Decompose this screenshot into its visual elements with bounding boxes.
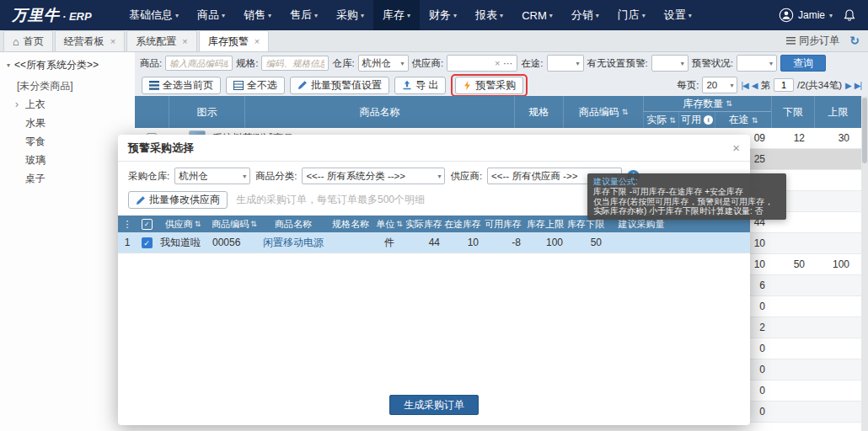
col-spec[interactable]: 规格名称 bbox=[327, 218, 374, 231]
expand-icon[interactable]: › bbox=[15, 95, 19, 114]
close-icon[interactable]: × bbox=[732, 141, 740, 155]
export-button[interactable]: 导 出 bbox=[394, 77, 446, 94]
col-code[interactable]: 商品编码⇅ bbox=[209, 218, 260, 231]
first-page-icon[interactable]: |◀ bbox=[741, 81, 747, 90]
info-icon[interactable]: i bbox=[704, 115, 713, 125]
column-header-lower[interactable]: 下限 bbox=[771, 96, 814, 128]
ellipsis-icon[interactable]: ⋯ bbox=[503, 58, 513, 69]
tab-inventory-alert[interactable]: 库存预警 × bbox=[199, 30, 269, 51]
user-menu[interactable]: Jamie ▾ bbox=[779, 8, 833, 23]
select-all-page-button[interactable]: 全选当前页 bbox=[142, 77, 221, 94]
tab-system-config[interactable]: 系统配置 × bbox=[126, 30, 196, 51]
col-upper-limit[interactable]: 库存上限 bbox=[524, 218, 566, 231]
sort-icon[interactable]: ⇅ bbox=[250, 220, 257, 228]
column-header-image[interactable]: 图示 bbox=[169, 96, 244, 128]
search-button[interactable]: 查询 bbox=[780, 55, 826, 72]
cell-lower bbox=[771, 380, 808, 402]
menu-item-finance[interactable]: 财务▾ bbox=[420, 0, 466, 30]
has-alert-select[interactable]: ▾ bbox=[651, 55, 689, 72]
batch-modify-supplier-button[interactable]: 批量修改供应商 bbox=[128, 191, 228, 209]
page-number-input[interactable] bbox=[774, 78, 794, 92]
app-logo[interactable]: 万里牛 · ERP bbox=[0, 5, 120, 25]
column-header-transit[interactable]: 在途⇅ bbox=[715, 112, 771, 128]
refresh-icon[interactable]: ↻ bbox=[849, 34, 860, 47]
close-icon[interactable]: × bbox=[182, 36, 187, 46]
cell-name[interactable]: 闲置移动电源 bbox=[260, 236, 327, 250]
menu-item-crm[interactable]: CRM▾ bbox=[512, 0, 562, 30]
warehouse-select[interactable]: 杭州仓▾ bbox=[358, 55, 409, 72]
column-header-spec[interactable]: 规格 bbox=[514, 96, 563, 128]
has-alert-label: 有无设置预警: bbox=[587, 57, 648, 70]
category-fruit[interactable]: 水果 bbox=[0, 114, 135, 132]
col-unit[interactable]: 单位⇅ bbox=[374, 218, 405, 231]
close-icon[interactable]: × bbox=[110, 36, 115, 46]
menu-item-after-sales[interactable]: 售后▾ bbox=[281, 0, 327, 30]
last-page-icon[interactable]: ▶| bbox=[855, 81, 861, 90]
sort-icon[interactable]: ⇅ bbox=[669, 116, 676, 125]
sync-orders-button[interactable]: 同步订单 bbox=[786, 34, 839, 48]
col-transit-stock[interactable]: 在途库存 bbox=[443, 218, 482, 231]
per-page-select[interactable]: 20▾ bbox=[702, 77, 737, 93]
column-header-available[interactable]: 可用i bbox=[678, 112, 715, 128]
close-icon[interactable]: × bbox=[255, 36, 260, 46]
col-actual-stock[interactable]: 实际库存 bbox=[405, 218, 443, 231]
menu-item-goods[interactable]: 商品▾ bbox=[188, 0, 234, 30]
select-none-button[interactable]: 全不选 bbox=[226, 77, 285, 94]
sort-icon[interactable]: ⇅ bbox=[396, 220, 403, 228]
menu-label: 商品 bbox=[197, 8, 219, 23]
column-header-upper[interactable]: 上限 bbox=[814, 96, 861, 128]
sort-icon[interactable]: ⇅ bbox=[622, 108, 629, 116]
category-glass[interactable]: 玻璃 bbox=[0, 151, 135, 169]
column-header-name[interactable]: 商品名称 bbox=[244, 96, 514, 128]
bell-icon[interactable] bbox=[843, 8, 856, 22]
menu-item-distribution[interactable]: 分销▾ bbox=[562, 0, 608, 30]
col-available-stock[interactable]: 可用库存 bbox=[482, 218, 524, 231]
category-uncategorized[interactable]: [未分类商品] bbox=[0, 77, 135, 95]
select-all-checkbox[interactable]: ✓ bbox=[142, 219, 153, 230]
sort-icon[interactable]: ⇅ bbox=[752, 116, 758, 125]
menu-item-sales[interactable]: 销售▾ bbox=[234, 0, 281, 30]
row-checkbox[interactable]: ✓ bbox=[142, 237, 153, 248]
category-root[interactable]: ▾ <<所有系统分类>> bbox=[0, 52, 135, 77]
clear-icon[interactable]: × bbox=[495, 58, 500, 68]
sort-icon[interactable]: ⇅ bbox=[195, 220, 201, 228]
column-header-code[interactable]: 商品编码⇅ bbox=[563, 96, 643, 128]
tab-dashboard[interactable]: 经营看板 × bbox=[55, 30, 125, 51]
spec-search-input[interactable] bbox=[261, 56, 329, 71]
menu-item-reports[interactable]: 报表▾ bbox=[466, 0, 512, 30]
chevron-down-icon: ▾ bbox=[7, 61, 10, 69]
next-page-icon[interactable]: ▶ bbox=[845, 81, 851, 90]
cell-code: 00056 bbox=[209, 237, 260, 248]
menu-item-base-info[interactable]: 基础信息▾ bbox=[120, 0, 188, 30]
product-search-input[interactable] bbox=[165, 56, 233, 71]
tab-home[interactable]: ⌂ 首页 bbox=[3, 30, 53, 51]
page-total: /2(共34笔) bbox=[797, 79, 842, 92]
col-name[interactable]: 商品名称 bbox=[260, 218, 327, 231]
menu-item-settings[interactable]: 设置▾ bbox=[655, 0, 701, 30]
category-label: 上衣 bbox=[25, 98, 46, 110]
scrollbar-thumb[interactable] bbox=[862, 98, 867, 163]
category-snacks[interactable]: 零食 bbox=[0, 132, 135, 151]
batch-alert-setting-button[interactable]: 批量预警值设置 bbox=[290, 77, 389, 94]
menu-item-purchase[interactable]: 采购▾ bbox=[327, 0, 373, 30]
vertical-scrollbar[interactable] bbox=[861, 96, 868, 431]
category-tops[interactable]: ›上衣 bbox=[0, 95, 135, 114]
app-window: 万里牛 · ERP 基础信息▾ 商品▾ 销售▾ 售后▾ 采购▾ 库存▾ 财务▾ … bbox=[0, 0, 868, 431]
alert-purchase-button[interactable]: 预警采购 bbox=[455, 77, 523, 94]
column-header-stock-qty[interactable]: 库存数量⇅ bbox=[643, 96, 771, 112]
chevron-down-icon: ▾ bbox=[453, 12, 457, 19]
category-select[interactable]: <<-- 所有系统分类 -->>▾ bbox=[302, 168, 445, 184]
alert-status-select[interactable]: ▾ bbox=[737, 55, 777, 72]
col-supplier[interactable]: 供应商⇅ bbox=[157, 218, 209, 231]
transit-select[interactable]: ▾ bbox=[547, 55, 584, 72]
category-table[interactable]: 桌子 bbox=[0, 169, 135, 188]
menu-item-stores[interactable]: 门店▾ bbox=[608, 0, 655, 30]
sort-icon[interactable]: ⇅ bbox=[726, 99, 732, 108]
supplier-picker[interactable]: ×⋯ bbox=[447, 55, 517, 72]
purchase-warehouse-select[interactable]: 杭州仓▾ bbox=[174, 168, 250, 184]
dialog-table-row[interactable]: 1 ✓ 我知道啦 00056 闲置移动电源 件 44 10 -8 100 50 bbox=[118, 232, 750, 253]
column-header-actual[interactable]: 实际⇅ bbox=[643, 112, 678, 128]
generate-purchase-order-button[interactable]: 生成采购订单 bbox=[389, 395, 479, 415]
prev-page-icon[interactable]: ◀ bbox=[752, 81, 758, 90]
menu-item-inventory[interactable]: 库存▾ bbox=[373, 0, 420, 30]
